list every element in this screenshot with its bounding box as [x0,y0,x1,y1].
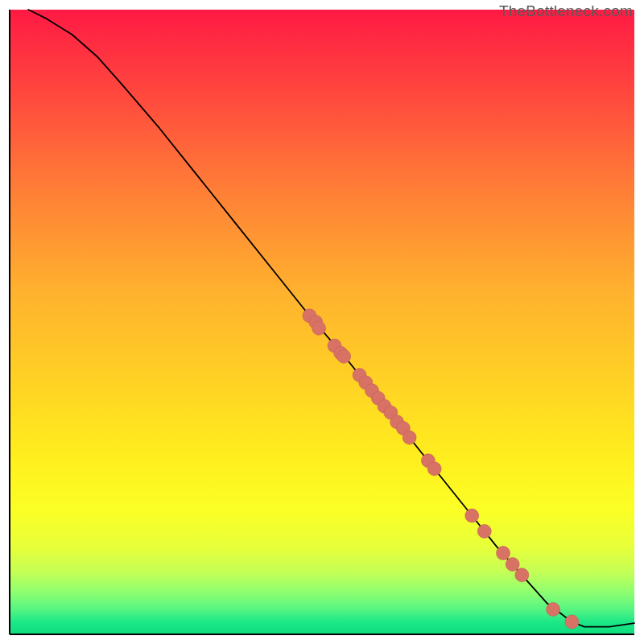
data-point [465,509,479,522]
data-point [427,462,441,476]
data-point [515,568,529,582]
data-point [506,558,519,572]
bottleneck-curve [28,10,634,627]
data-point [565,615,579,629]
data-point [402,431,416,444]
data-point [337,349,351,363]
chart-container: TheBottleneck.com [0,0,644,644]
chart-overlay-svg [10,10,634,634]
data-point [477,524,491,538]
data-point [547,602,560,616]
data-point [312,321,326,335]
data-point [497,547,510,560]
data-points-group [303,309,579,629]
